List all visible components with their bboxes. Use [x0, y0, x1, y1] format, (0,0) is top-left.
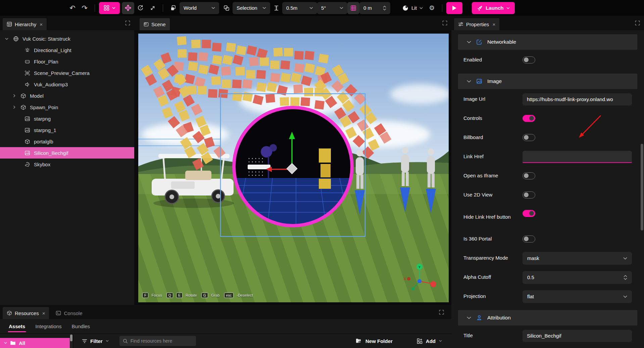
section-image[interactable]: Image — [458, 74, 637, 89]
hierarchy-item-scene-preview-camera[interactable]: Scene_Preview_Camera — [0, 67, 134, 79]
use-2d-view-toggle[interactable] — [523, 191, 535, 199]
tab-scene[interactable]: Scene — [140, 18, 170, 30]
add-button[interactable]: Add — [417, 338, 442, 344]
terminal-icon — [56, 310, 61, 316]
rotate-snap-dropdown[interactable]: 5° — [317, 2, 347, 14]
tab-hierarchy[interactable]: Hierarchy × — [3, 18, 47, 30]
instances-button[interactable] — [167, 2, 180, 14]
render-mode-dropdown[interactable]: Lit — [399, 2, 426, 14]
is-360-portal-toggle[interactable] — [523, 235, 535, 243]
scene-3d-render[interactable]: Y X — [138, 34, 449, 302]
chevron-right-icon[interactable] — [11, 105, 17, 109]
settings-button[interactable]: ⚙ — [426, 2, 438, 14]
projection-select[interactable]: flat — [523, 290, 632, 303]
row-alpha-cutoff: Alpha Cutoff 0.5 — [451, 268, 644, 287]
stepper-arrows[interactable] — [624, 275, 627, 280]
close-icon[interactable]: × — [492, 21, 495, 27]
redo-button[interactable]: ↷ — [79, 2, 91, 14]
billboard-toggle[interactable] — [523, 134, 535, 141]
hierarchy-item-spawn-point[interactable]: Spawn_Poin — [0, 101, 134, 113]
play-button[interactable] — [446, 2, 462, 14]
render-mode-value: Lit — [411, 5, 417, 11]
subtab-integrations[interactable]: Integrations — [35, 323, 61, 329]
link-href-label: Link Href — [463, 153, 523, 160]
close-icon[interactable]: × — [42, 310, 45, 316]
folder-plus-icon — [356, 338, 362, 344]
snap-ground-button[interactable] — [270, 2, 282, 14]
fullscreen-icon[interactable] — [439, 310, 444, 315]
chevron-down-icon[interactable] — [4, 38, 9, 40]
hierarchy-item-directional-light[interactable]: Directional_Light — [0, 44, 134, 56]
hierarchy-item-skybox[interactable]: Skybox — [0, 159, 134, 170]
undo-button[interactable]: ↶ — [66, 2, 79, 14]
sliders-icon — [458, 21, 463, 27]
folder-item-all[interactable]: All — [0, 338, 70, 348]
rotate-tool-button[interactable] — [134, 2, 147, 14]
scale-tool-button[interactable] — [147, 2, 159, 14]
hierarchy-item-starpng[interactable]: starpng — [0, 113, 134, 124]
hierarchy-item-portalglb[interactable]: portalglb — [0, 136, 134, 147]
subtab-assets[interactable]: Assets — [9, 323, 25, 329]
new-folder-button[interactable]: New Folder — [356, 338, 393, 344]
hide-link-href-label: Hide Link Href button — [463, 214, 514, 220]
alpha-cutoff-stepper[interactable]: 0.5 — [523, 271, 632, 284]
translate-tool-button[interactable] — [122, 2, 134, 14]
grid-height-stepper[interactable]: 0 m — [359, 2, 390, 14]
folder-tree: All — [0, 334, 70, 348]
hide-link-href-toggle[interactable] — [523, 210, 535, 217]
grid-toggle-button[interactable] — [347, 2, 359, 14]
play-icon — [452, 5, 457, 11]
hierarchy-item-model[interactable]: Model — [0, 90, 134, 101]
transform-space-dropdown[interactable]: World — [180, 2, 219, 14]
asset-grid-button[interactable] — [99, 2, 120, 14]
tab-console[interactable]: Console — [52, 307, 86, 319]
stepper-arrows[interactable] — [383, 6, 386, 10]
section-title: Image — [487, 78, 502, 84]
pivot-mode-dropdown[interactable]: Selection — [233, 2, 270, 14]
section-networkable[interactable]: Networkable — [458, 34, 637, 50]
scale-icon — [150, 5, 156, 11]
fullscreen-icon[interactable] — [125, 20, 130, 26]
link-href-input[interactable] — [523, 151, 632, 163]
translate-snap-dropdown[interactable]: 0.5m — [282, 2, 317, 14]
open-iframe-toggle[interactable] — [523, 172, 535, 179]
hierarchy-item-scene-root[interactable]: Vuk Cosic: Starstruck — [0, 33, 134, 44]
tab-resources[interactable]: Resources × — [3, 307, 49, 319]
hierarchy-item-silicon-bechgif[interactable]: Silicon_Bechgif — [0, 147, 134, 159]
chevron-right-icon[interactable] — [11, 94, 17, 97]
fullscreen-icon[interactable] — [442, 20, 447, 26]
item-label: Scene_Preview_Camera — [34, 70, 90, 76]
transparency-mode-select[interactable]: mask — [523, 252, 632, 265]
row-is-360-portal: Is 360 Portal — [451, 229, 644, 249]
properties-scrollbar[interactable] — [641, 144, 643, 230]
use-2d-view-label: Use 2D View — [463, 191, 523, 198]
key-e: E — [176, 293, 183, 298]
filter-icon — [82, 339, 87, 343]
resource-search-box[interactable] — [119, 336, 196, 346]
enabled-label: Enabled — [463, 56, 523, 63]
launch-button[interactable]: Launch — [472, 2, 515, 14]
subtab-bundles[interactable]: Bundles — [72, 323, 90, 329]
tab-properties-label: Properties — [466, 21, 489, 27]
hierarchy-item-audio[interactable]: Vuk_Audiomp3 — [0, 79, 134, 90]
resource-search-input[interactable] — [131, 338, 193, 344]
controls-toggle[interactable] — [523, 115, 535, 122]
hierarchy-tree: Vuk Cosic: Starstruck Directional_Light … — [0, 30, 134, 170]
tab-properties[interactable]: Properties × — [454, 18, 499, 30]
hierarchy-item-floor-plan[interactable]: Floor_Plan — [0, 56, 134, 67]
toolbar-divider — [163, 4, 163, 12]
enabled-toggle[interactable] — [523, 56, 535, 63]
projection-label: Projection — [463, 293, 523, 300]
folder-scrollbar[interactable] — [70, 334, 73, 348]
image-icon — [24, 150, 30, 156]
image-url-input[interactable] — [523, 93, 632, 105]
hierarchy-item-starpng-1[interactable]: starpng_1 — [0, 124, 134, 136]
close-icon[interactable]: × — [40, 21, 43, 27]
filter-button[interactable]: Filter — [82, 338, 109, 344]
attribution-title-input[interactable] — [523, 330, 632, 342]
pivot-button[interactable] — [220, 2, 233, 14]
section-attribution[interactable]: Attribution — [458, 310, 637, 325]
resources-main: Filter New Folder Add — [73, 334, 451, 348]
scene-viewport[interactable]: Y X F Focus Q E Rotate G Grab esc -Desel… — [138, 34, 449, 302]
fullscreen-icon[interactable] — [635, 20, 640, 26]
